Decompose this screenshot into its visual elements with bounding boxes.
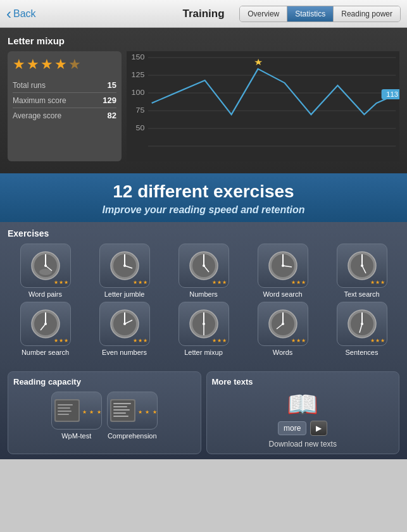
svg-text:★: ★ — [254, 57, 263, 67]
download-label[interactable]: Download new texts — [269, 440, 337, 448]
word-pairs-label: Word pairs — [28, 290, 62, 298]
star-4: ★ — [54, 56, 67, 73]
exercise-word-search[interactable]: ★★★ Word search — [245, 244, 320, 298]
top-navigation: Back Training Overview Statistics Readin… — [0, 0, 407, 28]
svg-text:50: 50 — [135, 124, 144, 132]
page-title: Training — [182, 8, 224, 20]
exercise-sentences[interactable]: ★★★ Sentences — [324, 302, 399, 356]
avg-score-row: Average score 82 — [13, 108, 116, 123]
rating-stars: ★ ★ ★ ★ ★ — [13, 56, 116, 73]
sentences-stars: ★★★ — [370, 338, 385, 343]
promo-title: 12 different exercises — [10, 182, 397, 202]
letter-jumble-stars: ★★★ — [133, 280, 147, 285]
exercise-numbers[interactable]: ★★★ Numbers — [166, 244, 241, 298]
tab-statistics[interactable]: Statistics — [287, 6, 334, 22]
letter-jumble-label: Letter jumble — [104, 290, 145, 298]
svg-text:113: 113 — [386, 91, 398, 98]
letter-mixup-label: Letter mixup — [184, 349, 223, 356]
exercise-letter-mixup[interactable]: ★★★ Letter mixup — [166, 302, 241, 356]
chart-title: Letter mixup — [8, 35, 399, 46]
word-pairs-icon: ★★★ — [20, 244, 71, 288]
comprehension-item[interactable]: ★ ★ ★ Comprehension — [107, 392, 158, 440]
text-search-label: Text search — [344, 290, 379, 298]
comprehension-label: Comprehension — [108, 432, 157, 440]
exercise-number-search[interactable]: ★★★ Number search — [8, 302, 83, 356]
tab-reading-power[interactable]: Reading power — [334, 6, 400, 22]
total-runs-label: Total runs — [13, 81, 46, 90]
line-chart: 150 125 100 75 50 ★ 113 — [127, 51, 399, 161]
nav-tab-group: Overview Statistics Reading power — [239, 6, 401, 22]
words-icon: ★★★ — [258, 302, 308, 346]
back-button[interactable]: Back — [6, 5, 36, 23]
sentences-icon: ★★★ — [337, 302, 387, 346]
chart-inner: ★ ★ ★ ★ ★ Total runs 15 Maximum score 12… — [8, 51, 399, 161]
even-numbers-stars: ★★★ — [133, 338, 147, 343]
exercises-title: Exercises — [8, 228, 399, 238]
exercise-even-numbers[interactable]: ★★★ Even numbers — [87, 302, 162, 356]
svg-rect-70 — [58, 411, 72, 412]
back-label: Back — [13, 8, 36, 20]
letter-mixup-stars: ★★★ — [212, 338, 227, 343]
svg-point-50 — [123, 323, 126, 325]
more-button[interactable]: more — [278, 421, 306, 435]
tab-overview[interactable]: Overview — [240, 6, 287, 22]
svg-point-55 — [203, 323, 205, 325]
word-pairs-stars: ★★★ — [54, 280, 68, 285]
numbers-label: Numbers — [189, 290, 218, 298]
svg-rect-74 — [113, 403, 131, 404]
number-search-label: Number search — [22, 349, 69, 356]
letter-mixup-icon: ★★★ — [178, 302, 229, 346]
wpm-test-label: WpM-test — [61, 432, 91, 440]
exercise-letter-jumble[interactable]: ★★★ Letter jumble — [87, 244, 162, 298]
more-texts-title: More texts — [212, 377, 394, 387]
words-label: Words — [273, 349, 293, 356]
even-numbers-icon: ★★★ — [99, 302, 150, 346]
star-2: ★ — [27, 56, 39, 73]
svg-point-60 — [282, 323, 284, 325]
svg-rect-78 — [113, 416, 128, 417]
svg-text:150: 150 — [132, 53, 145, 61]
numbers-icon: ★★★ — [178, 244, 229, 288]
promo-banner: 12 different exercises Improve your read… — [0, 173, 407, 222]
number-search-icon: ★★★ — [20, 302, 71, 346]
chart-stats-panel: ★ ★ ★ ★ ★ Total runs 15 Maximum score 12… — [8, 51, 122, 161]
svg-point-25 — [123, 264, 126, 267]
svg-rect-71 — [58, 414, 69, 415]
letter-jumble-icon: ★★★ — [99, 244, 150, 288]
chart-section: Letter mixup ★ ★ ★ ★ ★ Total runs 15 Max… — [0, 28, 407, 173]
exercise-word-pairs[interactable]: ★★★ Word pairs — [8, 244, 83, 298]
reading-capacity-items: ★ ★ ★ WpM-test — [13, 392, 196, 440]
svg-rect-69 — [58, 407, 70, 409]
star-3: ★ — [41, 56, 53, 73]
svg-text:100: 100 — [132, 89, 145, 96]
word-search-label: Word search — [263, 290, 302, 298]
avg-score-value: 82 — [108, 111, 116, 120]
svg-rect-76 — [113, 409, 130, 411]
total-runs-row: Total runs 15 — [13, 78, 116, 93]
more-texts-content: 📖 more ▶ Download new texts — [212, 392, 394, 448]
promo-subtitle: Improve your reading speed and retention — [10, 204, 397, 216]
svg-rect-77 — [113, 412, 126, 414]
reading-capacity-title: Reading capacity — [13, 377, 196, 387]
play-button[interactable]: ▶ — [310, 421, 327, 436]
bottom-row: Reading capacity ★ ★ — [0, 366, 407, 459]
text-search-icon: ★★★ — [337, 244, 387, 288]
star-1: ★ — [13, 56, 25, 73]
wpm-stars: ★ ★ ★ — [82, 405, 101, 416]
numbers-stars: ★★★ — [212, 280, 227, 285]
exercise-words[interactable]: ★★★ Words — [245, 302, 320, 356]
more-texts-card: More texts 📖 more ▶ Download new texts — [206, 371, 400, 454]
max-score-row: Maximum score 129 — [13, 93, 116, 108]
max-score-label: Maximum score — [13, 96, 66, 105]
exercises-row-1: ★★★ Word pairs ★★★ Letter jumble — [8, 244, 399, 298]
svg-rect-68 — [58, 404, 73, 405]
book-icon-large: 📖 — [287, 392, 318, 417]
comprehension-icon: ★ ★ ★ — [107, 392, 158, 430]
exercises-row-2: ★★★ Number search ★★★ Even numbers — [8, 302, 399, 356]
svg-point-45 — [44, 323, 47, 325]
avg-score-label: Average score — [13, 111, 61, 120]
wpm-test-item[interactable]: ★ ★ ★ WpM-test — [51, 392, 102, 440]
exercise-text-search[interactable]: ★★★ Text search — [324, 244, 399, 298]
svg-point-20 — [39, 269, 52, 275]
svg-point-65 — [361, 323, 363, 325]
